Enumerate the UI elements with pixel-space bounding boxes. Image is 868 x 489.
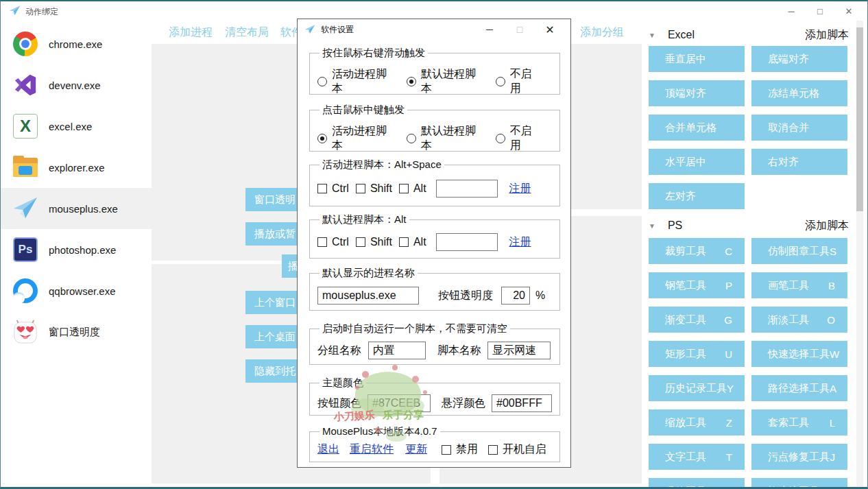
dialog-title: 软件设置 bbox=[321, 24, 354, 36]
sidebar-item-chrome[interactable]: chrome.exe bbox=[1, 23, 152, 64]
group-active-hotkey: 活动进程脚本：Alt+Space Ctrl Shift Alt 注册 bbox=[309, 158, 560, 206]
radio-default-process-script[interactable]: 默认进程脚本 bbox=[407, 124, 485, 153]
radio-icon bbox=[496, 134, 505, 143]
radio-disabled[interactable]: 不启用 bbox=[496, 124, 542, 153]
script-name-input[interactable] bbox=[487, 342, 551, 359]
maximize-button[interactable]: □ bbox=[505, 19, 535, 40]
menu-add-group[interactable]: 添加分组 bbox=[580, 25, 624, 40]
restart-link[interactable]: 重启软件 bbox=[350, 442, 394, 457]
paper-plane-icon bbox=[12, 195, 39, 222]
visual-studio-icon bbox=[12, 71, 39, 99]
radio-active-process-script[interactable]: 活动进程脚本 bbox=[317, 67, 396, 96]
register-link[interactable]: 注册 bbox=[509, 182, 531, 196]
menu-clear-layout[interactable]: 清空布局 bbox=[225, 25, 269, 40]
group-middle-click-trigger: 点击鼠标中键触发 活动进程脚本 默认进程脚本 不启用 bbox=[309, 104, 560, 152]
heart-eyes-emoji-icon bbox=[12, 318, 39, 346]
sidebar-item-label: chrome.exe bbox=[49, 38, 102, 50]
checkbox-shift[interactable]: Shift bbox=[356, 182, 392, 195]
sidebar-item-excel[interactable]: X excel.exe bbox=[1, 106, 152, 147]
register-link[interactable]: 注册 bbox=[509, 235, 531, 250]
checkbox-icon bbox=[317, 237, 327, 247]
script-button[interactable]: 水平居中 bbox=[649, 149, 745, 175]
group-default-process-name: 默认显示的进程名称 按钮透明度 % bbox=[309, 267, 560, 311]
script-button[interactable]: 缩放工具Z bbox=[649, 409, 745, 436]
hover-color-input[interactable] bbox=[492, 394, 552, 412]
script-button[interactable]: 历史记录工具Y bbox=[649, 375, 745, 401]
app-window: 窗口透明 播放或暂 播 上个窗口 上个桌面 隐藏到托 动作绑定 ─ □ ✕ 添加… bbox=[0, 0, 868, 489]
checkbox-icon bbox=[399, 237, 409, 247]
checkbox-shift[interactable]: Shift bbox=[356, 236, 392, 248]
sidebar-item-label: excel.exe bbox=[49, 121, 92, 132]
hotkey-input[interactable] bbox=[436, 233, 498, 251]
script-button[interactable]: 矩形工具U bbox=[649, 341, 745, 367]
group-right-drag-trigger: 按住鼠标右键滑动触发 活动进程脚本 默认进程脚本 不启用 bbox=[309, 47, 560, 95]
add-script-button[interactable]: 添加脚本 bbox=[805, 219, 849, 233]
paper-plane-icon bbox=[304, 24, 315, 35]
script-name-label: 脚本名称 bbox=[437, 344, 481, 358]
script-button[interactable]: 橡皮擦工具E bbox=[751, 478, 847, 489]
sidebar-item-photoshop[interactable]: Ps photoshop.exe bbox=[1, 229, 152, 270]
checkbox-autostart[interactable]: 开机自启 bbox=[488, 442, 546, 457]
script-button[interactable]: 文字工具T bbox=[649, 444, 745, 470]
button-color-input[interactable] bbox=[367, 394, 431, 412]
sidebar-item-explorer[interactable]: explorer.exe bbox=[1, 147, 152, 188]
script-button[interactable]: 套索工具L bbox=[751, 409, 847, 436]
script-button[interactable]: 钢笔工具P bbox=[649, 272, 745, 298]
checkbox-disable[interactable]: 禁用 bbox=[442, 442, 478, 457]
checkbox-ctrl[interactable]: Ctrl bbox=[317, 236, 349, 248]
script-button[interactable]: 右对齐 bbox=[751, 149, 847, 175]
script-button[interactable]: 左对齐 bbox=[649, 183, 745, 209]
update-link[interactable]: 更新 bbox=[405, 442, 427, 457]
script-button[interactable]: 路径选择工具A bbox=[751, 375, 847, 401]
radio-active-process-script[interactable]: 活动进程脚本 bbox=[317, 124, 396, 153]
checkbox-alt[interactable]: Alt bbox=[399, 182, 426, 195]
checkbox-icon bbox=[317, 184, 327, 193]
sidebar-item-devenv[interactable]: devenv.exe bbox=[1, 64, 152, 106]
radio-icon bbox=[317, 77, 327, 86]
close-button[interactable]: ✕ bbox=[834, 1, 863, 21]
hotkey-input[interactable] bbox=[436, 180, 498, 198]
sidebar-item-qqbrowser[interactable]: qqbrowser.exe bbox=[1, 270, 152, 311]
script-button[interactable]: 垂直居中 bbox=[649, 46, 745, 72]
script-button[interactable]: 仿制图章工具S bbox=[751, 238, 847, 264]
script-button[interactable]: 合并单元格 bbox=[649, 115, 745, 141]
section-title: Excel bbox=[668, 29, 695, 41]
script-button[interactable]: 底端对齐 bbox=[751, 46, 847, 72]
script-button[interactable]: 污点修复工具J bbox=[751, 444, 847, 470]
radio-default-process-script[interactable]: 默认进程脚本 bbox=[407, 67, 485, 96]
process-name-input[interactable] bbox=[317, 287, 419, 305]
radio-icon bbox=[317, 134, 327, 143]
script-button[interactable]: 快速选择工具W bbox=[751, 341, 847, 367]
minimize-button[interactable]: ─ bbox=[474, 19, 505, 40]
close-button[interactable]: ✕ bbox=[535, 19, 565, 40]
collapse-icon[interactable]: ▼ bbox=[649, 32, 655, 39]
radio-disabled[interactable]: 不启用 bbox=[496, 67, 542, 96]
checkbox-alt[interactable]: Alt bbox=[399, 236, 426, 248]
menu-add-process[interactable]: 添加进程 bbox=[169, 25, 213, 40]
script-button[interactable]: 冻结单元格 bbox=[751, 80, 847, 106]
script-button[interactable]: 顶端对齐 bbox=[649, 80, 745, 106]
script-button[interactable]: 画笔工具B bbox=[751, 272, 847, 298]
sidebar-item-mouseplus[interactable]: mouseplus.exe bbox=[1, 188, 152, 229]
group-autorun-script: 启动时自动运行一个脚本，不需要可清空 分组名称 脚本名称 bbox=[309, 322, 560, 365]
scrollbar-thumb[interactable] bbox=[856, 27, 863, 211]
script-button[interactable]: 裁剪工具C bbox=[649, 238, 745, 264]
excel-section-header: ▼ Excel 添加脚本 bbox=[649, 27, 849, 43]
script-button[interactable]: 取消合并 bbox=[751, 115, 847, 141]
sidebar-item-window-opacity[interactable]: 窗口透明度 bbox=[1, 311, 152, 353]
checkbox-ctrl[interactable]: Ctrl bbox=[317, 182, 349, 195]
group-name-input[interactable] bbox=[368, 342, 426, 359]
script-button[interactable]: 渐淡工具O bbox=[751, 307, 847, 333]
script-button[interactable]: 渐变工具G bbox=[649, 307, 745, 333]
add-script-button[interactable]: 添加脚本 bbox=[805, 28, 849, 43]
sidebar-item-label: photoshop.exe bbox=[49, 244, 116, 256]
script-button[interactable]: 吸管工具I bbox=[649, 478, 745, 489]
minimize-button[interactable]: ─ bbox=[777, 1, 806, 21]
script-panel: ▼ Excel 添加脚本 垂直居中 底端对齐 顶端对齐 冻结单元格 合并单元格 … bbox=[642, 21, 868, 487]
opacity-input[interactable] bbox=[501, 287, 530, 305]
exit-link[interactable]: 退出 bbox=[317, 442, 339, 457]
maximize-button[interactable]: □ bbox=[806, 1, 834, 21]
dialog-titlebar: 软件设置 ─ □ ✕ bbox=[298, 19, 570, 40]
group-title: 按住鼠标右键滑动触发 bbox=[320, 47, 428, 60]
collapse-icon[interactable]: ▼ bbox=[649, 222, 655, 230]
